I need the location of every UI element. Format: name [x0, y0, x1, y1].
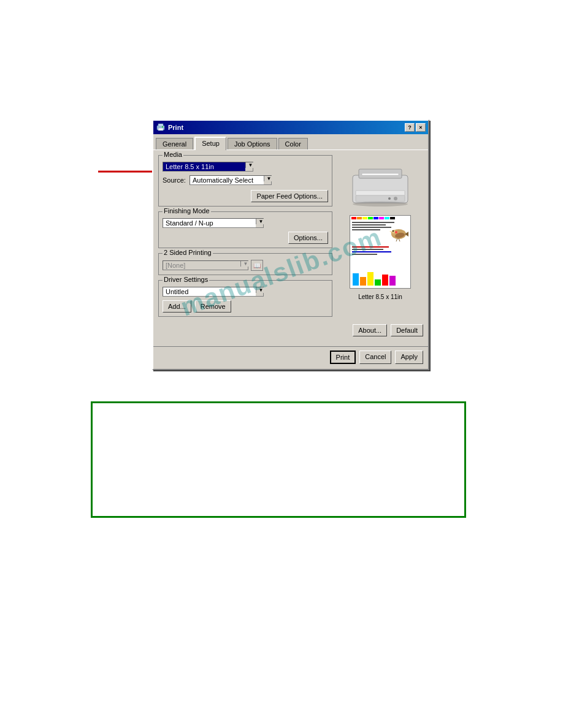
svg-point-11 — [388, 197, 391, 200]
tab-setup[interactable]: Setup — [194, 137, 226, 150]
finishing-dropdown-arrow[interactable]: ▼ — [256, 219, 266, 224]
svg-rect-12 — [362, 173, 399, 175]
about-default-row: About... Default — [158, 322, 423, 339]
finishing-select[interactable]: Standard / N-up ▼ — [163, 218, 264, 228]
svg-point-10 — [394, 197, 397, 200]
svg-point-19 — [395, 231, 397, 233]
source-select-value: Automatically Select — [190, 176, 264, 184]
source-select[interactable]: Automatically Select ▼ — [190, 175, 272, 185]
apply-button[interactable]: Apply — [395, 351, 423, 364]
media-dropdown-arrow[interactable]: ▼ — [245, 162, 255, 168]
media-group-label: Media — [163, 151, 183, 158]
title-bar-buttons: ? × — [405, 123, 426, 132]
tab-color[interactable]: Color — [278, 138, 308, 150]
preview-label: Letter 8.5 x 11in — [358, 294, 402, 300]
svg-rect-3 — [158, 124, 163, 126]
svg-point-5 — [162, 126, 163, 127]
top-area — [0, 0, 563, 119]
paper-feed-button[interactable]: Paper Feed Options... — [251, 190, 328, 202]
print-button[interactable]: Print — [330, 351, 356, 364]
media-select[interactable]: Letter 8.5 x 11in ▼ — [163, 162, 253, 172]
tab-job-options[interactable]: Job Options — [228, 138, 277, 150]
title-bar-left: Print — [156, 123, 183, 132]
watermark-area: manualslib.com — [0, 257, 563, 287]
dialog-title: Print — [168, 124, 183, 131]
bottom-buttons: Print Cancel Apply — [153, 346, 428, 369]
source-dropdown-arrow[interactable]: ▼ — [264, 176, 274, 181]
dialog-container: Print ? × General Setup Job Options — [152, 119, 429, 370]
default-button[interactable]: Default — [391, 324, 423, 336]
media-select-value: Letter 8.5 x 11in — [163, 162, 245, 171]
tab-general-label: General — [163, 140, 186, 148]
svg-line-20 — [396, 238, 397, 241]
printer-title-icon — [156, 123, 166, 132]
tab-general[interactable]: General — [156, 138, 193, 150]
close-button[interactable]: × — [416, 123, 426, 132]
dialog-window: Print ? × General Setup Job Options — [152, 119, 429, 370]
tabs-bar: General Setup Job Options Color — [153, 134, 428, 150]
tab-color-label: Color — [285, 140, 301, 148]
two-sided-group-label: 2 Sided Printing — [163, 249, 213, 256]
tab-setup-label: Setup — [202, 140, 220, 147]
page-wrapper: Print ? × General Setup Job Options — [0, 0, 563, 728]
svg-rect-4 — [158, 128, 163, 131]
cancel-button[interactable]: Cancel — [359, 351, 391, 364]
about-button[interactable]: About... — [353, 324, 387, 336]
svg-point-13 — [353, 202, 408, 207]
finishing-group: Finishing Mode Standard / N-up ▼ Options… — [158, 211, 332, 248]
finishing-group-label: Finishing Mode — [163, 207, 211, 214]
svg-point-16 — [392, 230, 396, 233]
help-button[interactable]: ? — [405, 123, 415, 132]
green-box-area — [91, 401, 466, 518]
media-group: Media Letter 8.5 x 11in ▼ Source: — [158, 155, 332, 207]
svg-point-17 — [393, 230, 394, 232]
title-bar: Print ? × — [153, 121, 428, 134]
tab-job-options-label: Job Options — [234, 140, 270, 148]
source-row: Source: Automatically Select ▼ — [163, 175, 328, 185]
printer-image — [343, 155, 417, 210]
svg-rect-8 — [356, 191, 405, 195]
source-label: Source: — [163, 176, 187, 184]
finishing-select-value: Standard / N-up — [163, 219, 256, 227]
